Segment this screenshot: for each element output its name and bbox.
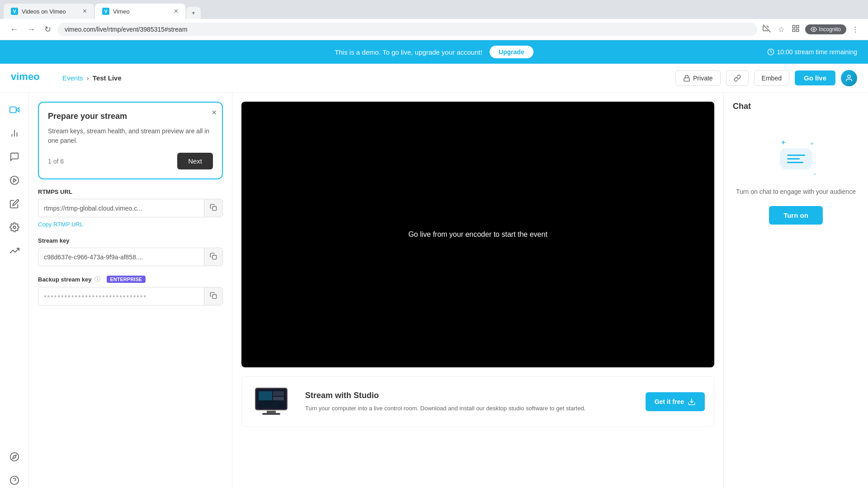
svg-rect-30	[267, 411, 276, 413]
incognito-badge: Incognito	[805, 24, 846, 34]
studio-title: Stream with Studio	[305, 391, 637, 400]
chat-line-2	[787, 158, 800, 160]
breadcrumb-events[interactable]: Events	[62, 74, 83, 82]
app-header: vimeo Events › Test Live Private Embed G…	[0, 64, 868, 93]
svg-rect-11	[9, 107, 16, 113]
svg-rect-29	[273, 397, 284, 400]
settings-icon	[9, 222, 19, 232]
backup-key-input[interactable]	[38, 288, 204, 305]
back-button[interactable]: ←	[7, 23, 21, 36]
go-live-button[interactable]: Go live	[795, 70, 835, 85]
sparkle-icon-2: ✦	[810, 141, 814, 147]
svg-marker-10	[16, 108, 19, 112]
user-avatar[interactable]	[841, 70, 857, 86]
onboarding-close-button[interactable]: ×	[212, 108, 217, 117]
header-actions: Private Embed Go live	[675, 70, 857, 86]
sidebar-item-compass[interactable]	[5, 447, 24, 467]
sidebar	[0, 93, 29, 488]
chat-panel: Chat ✦ ✦ ✦ Turn on chat to engage with y…	[723, 93, 868, 488]
backup-stream-key-label: Backup stream key	[38, 276, 92, 283]
sidebar-item-video[interactable]	[5, 100, 24, 120]
demo-message: This is a demo. To go live, upgrade your…	[335, 48, 482, 56]
menu-button[interactable]: ⋮	[850, 23, 861, 36]
svg-rect-31	[262, 413, 280, 415]
browser-chrome: V Videos on Vimeo × V Vimeo × + ← → ↻ ☆ …	[0, 0, 868, 40]
backup-info-icon[interactable]: ⓘ	[94, 275, 100, 283]
left-panel: × Prepare your stream Stream keys, strea…	[29, 93, 232, 488]
upgrade-button[interactable]: Upgrade	[490, 46, 533, 58]
onboarding-card: × Prepare your stream Stream keys, strea…	[38, 102, 223, 179]
address-bar[interactable]	[57, 23, 757, 36]
vimeo-logo: vimeo	[11, 70, 52, 86]
rtmps-url-label: RTMPS URL	[38, 188, 223, 195]
rtmps-url-input-row	[38, 199, 223, 217]
sidebar-item-edit[interactable]	[5, 194, 24, 214]
rtmps-url-input[interactable]	[38, 200, 204, 216]
tab-2-title: Vimeo	[113, 8, 130, 15]
extension-icon[interactable]	[790, 23, 802, 36]
chat-description: Turn on chat to engage with your audienc…	[736, 188, 856, 195]
chat-bubble-icon	[780, 148, 812, 169]
private-button[interactable]: Private	[675, 70, 721, 86]
video-player: Go live from your encoder to start the e…	[241, 102, 714, 367]
sidebar-item-help[interactable]	[5, 470, 24, 488]
get-it-free-button[interactable]: Get it free	[646, 392, 705, 411]
forward-button[interactable]: →	[24, 23, 38, 36]
onboarding-step: 1 of 6	[48, 158, 64, 165]
new-tab-button[interactable]: +	[186, 7, 201, 19]
browser-tab-2[interactable]: V Vimeo ×	[95, 4, 185, 19]
sidebar-item-analytics[interactable]	[5, 123, 24, 143]
tab-1-favicon: V	[11, 8, 18, 15]
tab-2-close[interactable]: ×	[174, 7, 178, 15]
browser-actions: ☆ Incognito ⋮	[761, 23, 861, 36]
embed-button[interactable]: Embed	[754, 70, 789, 86]
stream-key-input[interactable]	[38, 249, 204, 265]
app-container: vimeo Events › Test Live Private Embed G…	[0, 64, 868, 488]
copy-stream-key-button[interactable]	[204, 248, 222, 266]
video-icon	[9, 105, 19, 115]
sparkle-icon-3: ✦	[813, 172, 816, 177]
svg-point-18	[10, 453, 18, 461]
onboarding-footer: 1 of 6 Next	[48, 153, 213, 169]
browser-tab-1[interactable]: V Videos on Vimeo ×	[4, 4, 94, 19]
star-icon[interactable]: ☆	[776, 23, 786, 36]
studio-description: Turn your computer into a live control r…	[305, 404, 637, 413]
copy-backup-key-button[interactable]	[204, 287, 222, 305]
svg-text:vimeo: vimeo	[11, 71, 40, 82]
sidebar-item-settings[interactable]	[5, 217, 24, 237]
copy-rtmp-url-link[interactable]: Copy RTMP URL	[38, 221, 83, 228]
link-button[interactable]	[726, 70, 749, 86]
onboarding-next-button[interactable]: Next	[177, 153, 213, 169]
tab-1-close[interactable]: ×	[83, 7, 87, 15]
breadcrumb-current: Test Live	[93, 74, 122, 82]
trending-icon	[9, 246, 19, 256]
breadcrumb-separator: ›	[87, 74, 89, 82]
copy-backup-icon	[210, 292, 217, 299]
svg-rect-4	[793, 29, 795, 32]
tab-1-title: Videos on Vimeo	[22, 8, 66, 15]
svg-point-5	[813, 28, 815, 30]
browser-tab-bar: V Videos on Vimeo × V Vimeo × +	[0, 0, 868, 19]
copy-rtmps-url-button[interactable]	[204, 199, 222, 217]
svg-marker-16	[14, 178, 16, 182]
demo-banner: This is a demo. To go live, upgrade your…	[0, 40, 868, 64]
refresh-button[interactable]: ↻	[42, 23, 54, 36]
svg-rect-1	[793, 25, 795, 28]
studio-text: Stream with Studio Turn your computer in…	[305, 391, 637, 413]
lock-icon	[683, 75, 690, 82]
sparkle-icon-1: ✦	[780, 138, 786, 147]
sidebar-item-play[interactable]	[5, 170, 24, 190]
user-icon	[845, 74, 853, 82]
link-icon	[734, 75, 741, 82]
compass-icon	[9, 452, 19, 462]
svg-point-17	[13, 226, 16, 229]
chat-title: Chat	[733, 102, 751, 111]
turn-on-chat-button[interactable]: Turn on	[769, 206, 823, 225]
no-camera-icon[interactable]	[761, 23, 773, 36]
backup-key-input-row	[38, 287, 223, 305]
chat-line-1	[787, 155, 805, 156]
sidebar-item-trending[interactable]	[5, 241, 24, 261]
sidebar-item-chat[interactable]	[5, 147, 24, 167]
bar-chart-icon	[9, 128, 19, 138]
onboarding-title: Prepare your stream	[48, 112, 213, 121]
